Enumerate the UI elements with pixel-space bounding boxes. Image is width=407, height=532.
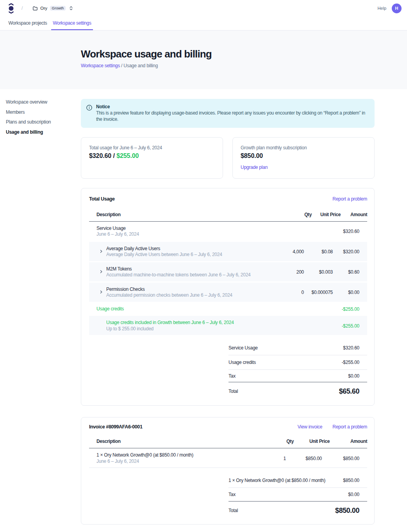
usage-row-service-usage: Service Usage June 6 – July 6, 2024 $320…	[89, 222, 367, 241]
usage-row-usage-credits: Usage credits -$255.00	[89, 303, 367, 316]
cell-qty: 4,000	[268, 249, 304, 254]
summary-value: $0.00	[348, 373, 367, 379]
col-amount: Amount	[330, 439, 367, 444]
cell-unit-price: $0.003	[304, 269, 333, 275]
content: Workspace overview Members Plans and sub…	[0, 89, 407, 532]
summary-value: $65.60	[339, 387, 367, 396]
cell-amount: $0.60	[333, 269, 359, 275]
usage-card-title: Total Usage	[89, 196, 115, 202]
breadcrumb-separator: /	[21, 5, 23, 11]
cell-amount: -$255.00	[333, 323, 359, 329]
subscription-card: Growth plan monthly subscription $850.00…	[232, 137, 375, 179]
sidenav-plans-and-subscription[interactable]: Plans and subscription	[6, 120, 81, 125]
summary-value: $850.00	[343, 478, 367, 483]
summary-row-tax: Tax $0.00	[228, 370, 367, 382]
summary-value: $0.00	[348, 492, 367, 497]
sidenav-workspace-overview[interactable]: Workspace overview	[6, 100, 81, 105]
row-subtitle: Accumulated permission checks between Ju…	[106, 292, 232, 299]
usage-row-m2m-tokens[interactable]: M2M Tokens Accumulated machine-to-machin…	[89, 262, 367, 281]
usage-included-amount: $255.00	[116, 152, 139, 159]
total-usage-invoice-card: Total Usage Report a problem Description…	[81, 188, 375, 406]
upgrade-plan-link[interactable]: Upgrade plan	[241, 165, 268, 170]
usage-report-problem-link[interactable]: Report a problem	[332, 196, 367, 202]
row-title: Service Usage	[96, 226, 268, 232]
invoice-table: Description Qty Unit Price Amount 1 × Or…	[89, 430, 367, 515]
usage-summary: Service Usage $320.60 Usage credits -$25…	[228, 341, 367, 396]
total-usage-label: Total usage for June 6 – July 6, 2024	[89, 145, 215, 150]
row-subtitle: Accumulated machine-to-machine tokens be…	[106, 272, 250, 278]
folder-icon	[33, 6, 37, 11]
summary-label: Tax	[228, 373, 236, 379]
summary-label: 1 × Ory Network Growth@0 (at $850.00 / m…	[228, 478, 325, 483]
total-usage-value: $320.60 / $255.00	[89, 152, 215, 159]
total-usage-card: Total usage for June 6 – July 6, 2024 $3…	[81, 137, 223, 179]
summary-label: Total	[228, 507, 238, 515]
summary-value: $320.60	[343, 345, 367, 351]
cell-unit-price: $850.00	[286, 456, 322, 461]
notice-title: Notice	[96, 104, 367, 110]
avatar[interactable]: H	[392, 4, 402, 13]
cell-qty: 1	[250, 456, 286, 461]
invoice-summary-row-total: Total $850.00	[228, 502, 367, 515]
workspace-switcher-icon[interactable]	[70, 6, 73, 10]
notice-text: This is a preview feature for displaying…	[96, 110, 367, 123]
invoice-card-title: Invoice #8099AFA6-0001	[89, 424, 142, 430]
invoice-summary-row-plan: 1 × Ory Network Growth@0 (at $850.00 / m…	[228, 473, 367, 488]
view-invoice-link[interactable]: View invoice	[298, 424, 322, 430]
summary-value: $850.00	[335, 507, 367, 515]
cell-qty: 0	[268, 290, 304, 295]
row-subtitle: Up to $ 255.00 included	[106, 326, 268, 332]
row-subtitle: Average Daily Active Users between June …	[106, 252, 222, 258]
summary-label: Service Usage	[228, 345, 258, 351]
row-title: Average Daily Active Users	[106, 246, 222, 252]
col-amount: Amount	[341, 212, 367, 218]
breadcrumb-workspace-settings-link[interactable]: Workspace settings	[81, 63, 120, 68]
invoice-summary: 1 × Ory Network Growth@0 (at $850.00 / m…	[228, 473, 367, 515]
info-icon	[86, 105, 92, 111]
cell-amount: $0.00	[333, 290, 359, 295]
tab-workspace-projects[interactable]: Workspace projects	[7, 16, 49, 30]
page-title: Workspace usage and billing	[81, 48, 407, 60]
row-title: Usage credits included in Growth between…	[106, 320, 268, 326]
topbar: / Ory Growth Help H	[0, 0, 407, 16]
col-qty: Qty	[276, 212, 312, 218]
summary-label: Tax	[228, 492, 236, 497]
row-subtitle: June 6 – July 6, 2024	[96, 231, 268, 238]
cell-qty: 200	[268, 269, 304, 275]
cell-amount: $850.00	[322, 456, 359, 461]
subscription-amount: $850.00	[241, 152, 366, 159]
cell-amount: $320.60	[333, 229, 359, 234]
breadcrumb-current: / Usage and billing	[120, 63, 158, 68]
row-title: M2M Tokens	[106, 266, 250, 272]
invoice-card: Invoice #8099AFA6-0001 View invoice Repo…	[81, 417, 375, 525]
cell-unit-price: $0.000075	[304, 290, 333, 295]
tab-workspace-settings[interactable]: Workspace settings	[51, 16, 93, 30]
workspace-tabs: Workspace projects Workspace settings	[0, 16, 407, 30]
usage-amount: $320.60 /	[89, 152, 115, 159]
hero: Workspace usage and billing Workspace se…	[0, 30, 407, 89]
breadcrumb: Workspace settings / Usage and billing	[81, 63, 407, 69]
plan-badge: Growth	[50, 6, 66, 11]
summary-value: -$255.00	[342, 360, 367, 365]
expand-chevron-icon[interactable]	[100, 270, 103, 273]
usage-row-permission-checks[interactable]: Permission Checks Accumulated permission…	[89, 283, 367, 302]
help-link[interactable]: Help	[377, 6, 386, 11]
stat-cards: Total usage for June 6 – July 6, 2024 $3…	[81, 137, 375, 179]
ory-logo-icon[interactable]	[9, 3, 14, 14]
notice-banner: Notice This is a preview feature for dis…	[81, 99, 375, 128]
sidenav-members[interactable]: Members	[6, 110, 81, 115]
row-title: Permission Checks	[106, 287, 232, 293]
expand-chevron-icon[interactable]	[100, 290, 103, 294]
invoice-report-problem-link[interactable]: Report a problem	[332, 424, 367, 430]
cell-unit-price: $0.08	[304, 249, 333, 254]
summary-row-total: Total $65.60	[228, 382, 367, 396]
col-unit-price: Unit Price	[294, 439, 330, 444]
usage-row-usage-credits-detail: Usage credits included in Growth between…	[89, 316, 367, 335]
summary-label: Total	[228, 387, 238, 396]
workspace-name[interactable]: Ory	[40, 6, 47, 11]
expand-chevron-icon[interactable]	[100, 250, 103, 253]
sidenav-usage-and-billing[interactable]: Usage and billing	[6, 130, 81, 135]
usage-row-average-daily-active-users[interactable]: Average Daily Active Users Average Daily…	[89, 242, 367, 261]
row-title: Usage credits	[96, 306, 268, 312]
cell-amount: $320.00	[333, 249, 359, 254]
